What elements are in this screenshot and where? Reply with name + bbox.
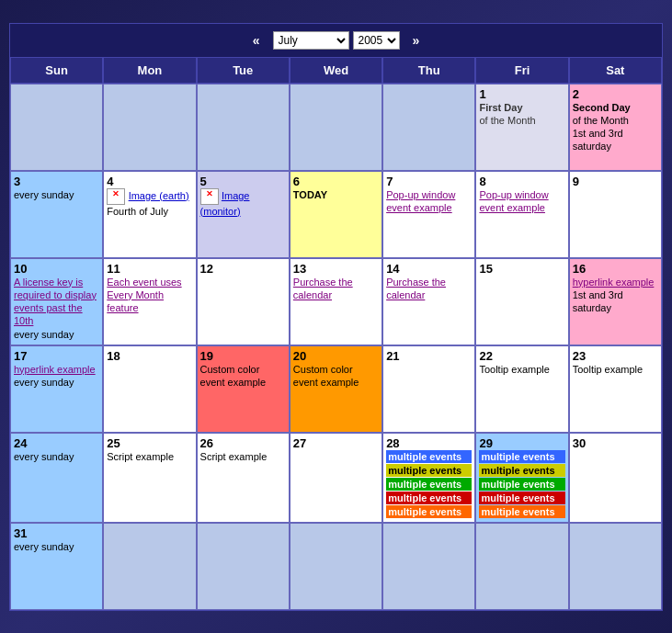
header-tue: Tue (197, 57, 290, 84)
day-number: 16 (573, 262, 658, 276)
cal-cell-23: 23 Tooltip example (569, 345, 662, 433)
month-select[interactable]: July JanuaryFebruaryMarch AprilMayJune A… (273, 31, 349, 50)
cal-cell-14: 14 Purchase the calendar (382, 258, 475, 345)
multi-event[interactable]: multiple events (386, 450, 472, 463)
cal-cell-31: 31 every sunday (10, 523, 103, 610)
script-example: Script example (200, 450, 286, 463)
cal-cell-10: 10 A license key is required to display … (10, 258, 103, 345)
day-number: 31 (14, 526, 99, 540)
prev-nav-button[interactable]: « (247, 31, 266, 50)
cell-empty (197, 84, 290, 171)
cal-cell-18: 18 (103, 345, 196, 433)
tooltip-example: Tooltip example (479, 363, 564, 376)
cal-cell-22: 22 Tooltip example (475, 345, 568, 433)
day-number: 20 (293, 349, 379, 363)
cell-empty (290, 84, 382, 171)
multi-event[interactable]: multiple events (479, 464, 564, 477)
multi-event[interactable]: multiple events (479, 450, 564, 463)
calendar-header: « July JanuaryFebruaryMarch AprilMayJune… (10, 24, 662, 57)
day-number: 8 (479, 175, 564, 188)
multi-event[interactable]: multiple events (386, 505, 472, 518)
cal-cell-24: 24 every sunday (10, 433, 103, 523)
multi-event[interactable]: multiple events (479, 492, 564, 504)
tooltip-example: Tooltip example (573, 363, 658, 376)
header-sat: Sat (569, 57, 662, 84)
day-number: 5 (200, 175, 286, 188)
calendar-container: « July JanuaryFebruaryMarch AprilMayJune… (9, 23, 663, 611)
cal-cell-20: 20 Custom color event example (290, 345, 382, 433)
day-headers-row: Sun Mon Tue Wed Thu Fri Sat (10, 57, 662, 84)
day-number: 4 (107, 175, 192, 188)
image-earth-icon[interactable]: ✕ (107, 188, 125, 205)
cal-cell-9: 9 (569, 171, 662, 258)
day-number: 3 (14, 175, 99, 188)
day-number: 11 (107, 262, 192, 276)
event-text: 1st and 3rd saturday (573, 127, 658, 153)
day-number: 25 (107, 436, 192, 450)
purchase-calendar-link-13[interactable]: Purchase the calendar (293, 276, 379, 302)
multi-event[interactable]: multiple events (386, 478, 472, 491)
cell-empty (569, 523, 662, 610)
event-text: 1st and 3rd saturday (573, 288, 658, 315)
cal-cell-17: 17 hyperlink example every sunday (10, 345, 103, 433)
cal-cell-8: 8 Pop-up window event example (475, 171, 568, 258)
header-mon: Mon (103, 57, 196, 84)
cal-cell-15: 15 (475, 258, 568, 345)
cal-cell-6-today: 6 TODAY (290, 171, 382, 258)
cal-cell-5: 5 ✕ Image (monitor) (197, 171, 290, 258)
calendar-grid: 1 First Day of the Month 2 Second Day of… (10, 84, 662, 610)
image-earth-link[interactable]: Image (earth) (129, 190, 189, 201)
cal-cell-11: 11 Each event uses Every Month feature (103, 258, 196, 345)
multi-event[interactable]: multiple events (479, 505, 564, 518)
cal-cell-12: 12 (197, 258, 290, 345)
cal-cell-2: 2 Second Day of the Month 1st and 3rd sa… (569, 84, 662, 171)
day-number: 26 (200, 436, 286, 450)
purchase-calendar-link-14[interactable]: Purchase the calendar (386, 276, 472, 302)
next-nav-button[interactable]: » (407, 31, 426, 50)
day-number: 15 (479, 262, 564, 276)
event-text: Second Day (573, 101, 658, 114)
cal-cell-25: 25 Script example (103, 433, 196, 523)
cell-empty (103, 84, 196, 171)
cell-empty (197, 523, 290, 610)
event-text: Custom color event example (200, 363, 286, 390)
day-number: 13 (293, 262, 379, 276)
day-number: 2 (573, 87, 658, 101)
header-fri: Fri (475, 57, 568, 84)
hyperlink-example-link-17[interactable]: hyperlink example (14, 363, 99, 376)
cell-empty (382, 523, 475, 610)
day-number: 14 (386, 262, 472, 276)
multi-event[interactable]: multiple events (386, 492, 472, 504)
day-number: 19 (200, 349, 286, 363)
cal-cell-19: 19 Custom color event example (197, 345, 290, 433)
year-select[interactable]: 200320042005 20062007 (353, 31, 400, 50)
header-sun: Sun (10, 57, 103, 84)
header-wed: Wed (290, 57, 382, 84)
day-number: 1 (479, 87, 564, 101)
cal-cell-28: 28 multiple events multiple events multi… (382, 433, 475, 523)
image-earth-container[interactable]: ✕ Image (earth) (107, 189, 188, 202)
event-text: First Day (479, 101, 564, 114)
license-key-link[interactable]: A license key is required to display eve… (14, 276, 99, 328)
today-label: TODAY (293, 188, 379, 201)
event-text: of the Month (479, 114, 564, 127)
event-text: every sunday (14, 188, 99, 201)
cal-cell-16: 16 hyperlink example 1st and 3rd saturda… (569, 258, 662, 345)
cal-cell-29: 29 multiple events multiple events multi… (475, 433, 568, 523)
multi-event[interactable]: multiple events (386, 464, 472, 477)
image-monitor-icon[interactable]: ✕ (200, 188, 219, 205)
day-number: 24 (14, 436, 99, 450)
day-number: 18 (107, 349, 192, 363)
cal-cell-3: 3 every sunday (10, 171, 103, 258)
event-text: every sunday (14, 540, 99, 553)
day-number: 27 (293, 436, 379, 450)
script-example: Script example (107, 450, 192, 463)
hyperlink-example-link-16[interactable]: hyperlink example (573, 276, 658, 288)
popup-event-link[interactable]: Pop-up window event example (386, 188, 472, 215)
every-month-link[interactable]: Each event uses Every Month feature (107, 276, 192, 315)
popup-event-link[interactable]: Pop-up window event example (479, 188, 564, 215)
multi-event[interactable]: multiple events (479, 478, 564, 491)
event-text: Fourth of July (107, 205, 192, 218)
image-monitor-container[interactable]: ✕ Image (monitor) (200, 189, 250, 218)
cell-empty (290, 523, 382, 610)
